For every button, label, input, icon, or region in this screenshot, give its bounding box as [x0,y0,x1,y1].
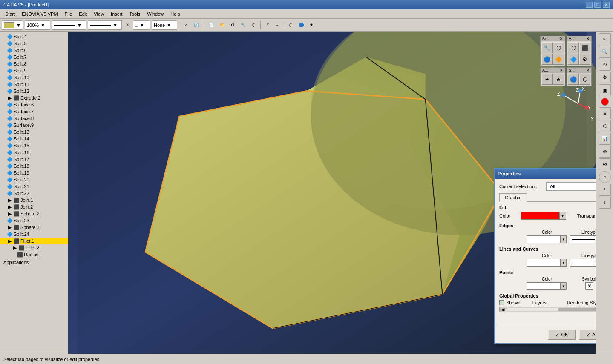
tree-item-sphere2[interactable]: ▶ ⬛ Sphere.2 [0,210,68,217]
tool-btn-2[interactable]: ⬡ [250,20,258,30]
tree-item-split6[interactable]: 🔷 Split.6 [0,47,68,54]
tree-item-split5[interactable]: 🔷 Split.5 [0,40,68,47]
view-btn-1[interactable]: ⬡ [287,20,295,30]
floating-panel-s-header[interactable]: S... ✕ [567,68,591,73]
menu-window[interactable]: Window [144,11,167,17]
lines-color-dropdown[interactable]: ▼ [561,259,567,267]
tree-item-split20[interactable]: 🔷 Split.20 [0,176,68,183]
edges-color-swatch[interactable] [527,235,561,243]
tree-item-split23[interactable]: 🔷 Split.23 [0,217,68,224]
shape-dropdown[interactable]: □▼ [133,20,150,30]
tree-item-join1[interactable]: ▶ ⬛ Join.1 [0,197,68,203]
panel-close-icon-4[interactable]: ✕ [586,68,590,72]
rotate-btn[interactable]: ↺ [263,20,271,30]
bi-btn-4[interactable]: 🔶 [553,54,564,65]
linestyle-dropdown-2[interactable]: ▼ [88,20,122,30]
tree-item-split4[interactable]: 🔷 Split.4 [0,33,68,40]
scroll-left-btn[interactable]: ◀ [500,308,505,311]
tree-item-split14[interactable]: 🔷 Split.14 [0,135,68,142]
rp-grid-btn[interactable]: ⋮ [599,184,611,196]
s-btn-2[interactable]: ⬡ [579,74,590,85]
rp-color-btn[interactable] [601,98,609,106]
tree-item-split7[interactable]: 🔷 Split.7 [0,54,68,60]
rp-pan-btn[interactable]: ✥ [599,72,611,83]
rp-analysis-btn[interactable]: 📊 [599,133,611,145]
none-dropdown[interactable]: None▼ [152,20,177,30]
shown-checkbox[interactable] [499,300,504,305]
tree-item-fillet2[interactable]: ▶ ⬛ Fillet.2 [0,244,68,251]
tree-item-split22[interactable]: 🔷 Split.22 [0,190,68,197]
fill-color-dropdown-btn[interactable]: ▼ [559,212,566,220]
snap-btn[interactable]: ⟡ [183,20,190,30]
edges-color-dropdown[interactable]: ▼ [561,235,567,243]
floating-panel-a-header[interactable]: A... ✕ [541,68,565,73]
rp-arrow-btn[interactable]: ↓ [599,197,611,209]
close-btn[interactable]: ✕ [603,2,610,8]
rp-zoom-btn[interactable]: 🔍 [599,46,611,58]
points-color-swatch[interactable] [527,282,561,290]
create-btn[interactable]: 📄 [207,20,216,30]
magnet-btn[interactable]: 🔃 [192,20,201,30]
tree-item-split24[interactable]: 🔷 Split.24 [0,231,68,238]
tree-item-extrude2[interactable]: ▶ ⬛ Extrude.2 [0,95,68,101]
zoom-dropdown[interactable]: 100%▼ [25,20,50,30]
tree-item-join2[interactable]: ▶ ⬛ Join.2 [0,203,68,210]
tree-item-split10[interactable]: 🔷 Split.10 [0,74,68,81]
fill-color-swatch[interactable] [521,212,559,220]
menu-enovia[interactable]: ENOVIA V5 VPM [18,11,61,17]
bi-btn-3[interactable]: 🔵 [541,54,553,65]
tree-item-surface8[interactable]: 🔷 Surface.8 [0,115,68,122]
style-dropdown-1[interactable]: ▼ [2,20,23,30]
tree-item-sphere3[interactable]: ▶ ⬛ Sphere.3 [0,224,68,231]
maximize-btn[interactable]: □ [594,2,601,8]
dialog-scrollbar[interactable]: ◀ ▶ [499,307,596,312]
floating-panel-bi-header[interactable]: Bi... ✕ [541,36,565,41]
panel-close-icon[interactable]: ✕ [560,37,563,41]
menu-file[interactable]: File [61,11,76,17]
scroll-thumb[interactable] [558,308,596,311]
rp-cursor-btn[interactable]: ↖ [599,33,611,45]
rp-circle-btn[interactable]: ○ [599,171,611,183]
tool-btn-1[interactable]: 🔧 [239,20,248,30]
v-btn-1[interactable]: ⬡ [568,42,579,53]
rp-snap1-btn[interactable]: ⊕ [599,146,611,158]
points-color-dropdown[interactable]: ▼ [561,282,567,290]
current-selection-dropdown[interactable]: All [546,182,596,191]
rp-rotate-btn[interactable]: ↻ [599,59,611,71]
tree-item-surface9[interactable]: 🔷 Surface.9 [0,122,68,129]
panel-close-icon-3[interactable]: ✕ [560,68,563,72]
open-btn[interactable]: 📂 [218,20,227,30]
s-btn-1[interactable]: 🔵 [568,74,579,85]
rp-snap2-btn[interactable]: ⊗ [599,158,611,170]
tree-item-split8[interactable]: 🔷 Split.8 [0,60,68,67]
tree-item-split13[interactable]: 🔷 Split.13 [0,129,68,135]
tree-item-split9[interactable]: 🔷 Split.9 [0,67,68,74]
panel-close-icon-2[interactable]: ✕ [586,37,590,41]
tree-item-split17[interactable]: 🔷 Split.17 [0,156,68,163]
a-btn-1[interactable]: ✦ [541,74,553,85]
bi-btn-1[interactable]: 🔧 [541,42,553,53]
minimize-btn[interactable]: — [586,2,593,8]
menu-view[interactable]: View [90,11,107,17]
rp-select-btn[interactable]: ▣ [599,84,611,96]
tree-item-split15[interactable]: 🔷 Split.15 [0,142,68,149]
tree-item-split12[interactable]: 🔷 Split.12 [0,88,68,95]
menu-help[interactable]: Help [167,11,184,17]
gear-btn[interactable]: ⚙ [229,20,237,30]
menu-start[interactable]: Start [2,11,18,17]
move-btn[interactable]: ↔ [273,20,281,30]
tree-item-radius[interactable]: ⬛ Radius [0,251,68,258]
menu-edit[interactable]: Edit [75,11,90,17]
menu-tools[interactable]: Tools [126,11,144,17]
menu-insert[interactable]: Insert [107,11,126,17]
bi-btn-2[interactable]: ⬡ [553,42,564,53]
rp-layer-btn[interactable]: ≡ [599,107,611,119]
3d-viewport[interactable]: Z X Y X Z Bi... ✕ 🔧 [68,32,596,354]
tree-item-split21[interactable]: 🔷 Split.21 [0,183,68,190]
ok-button[interactable]: ✓ OK [548,330,576,340]
tree-item-split11[interactable]: 🔷 Split.11 [0,81,68,88]
v-btn-2[interactable]: ⬛ [579,42,590,53]
tab-graphic[interactable]: Graphic [499,193,527,202]
apply-button[interactable]: ✓ Apply [579,330,596,340]
view-btn-2[interactable]: 🔵 [296,20,306,30]
